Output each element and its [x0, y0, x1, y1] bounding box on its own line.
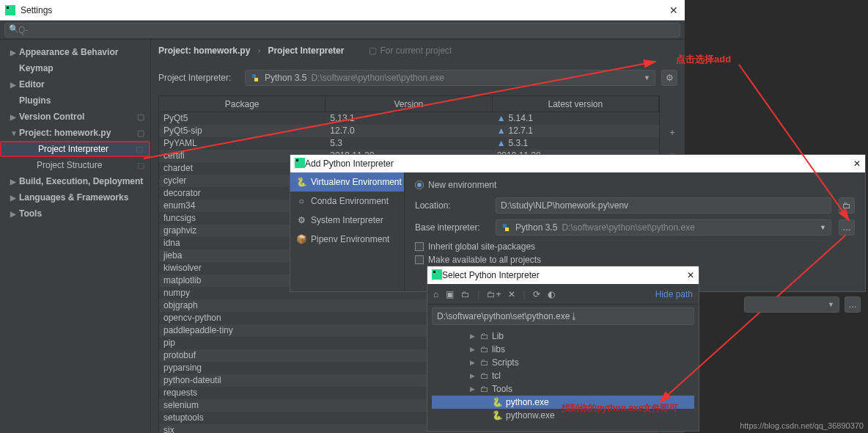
env-type-item[interactable]: 🐍Virtualenv Environment: [290, 172, 404, 192]
env-icon: 🐍: [296, 177, 306, 187]
settings-search-bar: 🔍: [0, 21, 685, 40]
breadcrumb-sep: ›: [257, 46, 260, 56]
close-icon[interactable]: ✕: [667, 4, 680, 16]
sel-titlebar: Select Python Interpreter ✕: [427, 266, 699, 284]
env-type-item[interactable]: 📦Pipenv Environment: [290, 230, 404, 249]
sidebar-item[interactable]: ▶Languages & Frameworks: [0, 189, 150, 205]
interpreter-path: D:\software\python\set\python.exe: [311, 73, 444, 83]
breadcrumb-page: Project Interpreter: [268, 46, 344, 56]
sel-toolbar: ⌂ ▣ 🗀 | 🗀+ ✕ | ⟳ ◐ Hide path: [427, 284, 699, 305]
base-dropdown[interactable]: Python 3.5 D:\software\python\set\python…: [496, 219, 831, 236]
svg-rect-5: [433, 271, 435, 273]
settings-titlebar: Settings ✕: [0, 0, 685, 21]
project-icon[interactable]: ▣: [446, 289, 454, 299]
package-row[interactable]: PyYAML5.3▲ 5.3.1: [159, 137, 659, 150]
sidebar-item[interactable]: ▶Editor: [0, 76, 150, 92]
tree-row[interactable]: ▶🗀libs: [432, 343, 694, 356]
tree-row[interactable]: ▶🗀Tools: [432, 382, 694, 396]
env-type-list: 🐍Virtualenv Environment○Conda Environmen…: [290, 172, 405, 291]
env-type-item[interactable]: ⚙System Interpreter: [290, 211, 404, 230]
location-label: Location:: [415, 200, 488, 211]
close-icon[interactable]: ✕: [853, 159, 861, 169]
annotation-pythonexe: 找到你的python.exe文件即可: [562, 402, 678, 415]
sidebar-item[interactable]: Project Interpreter▢: [0, 141, 150, 157]
sel-title: Select Python Interpreter: [442, 270, 687, 280]
make-available-checkbox-row[interactable]: Make available to all projects: [415, 255, 855, 265]
gear-button[interactable]: ⚙: [661, 70, 677, 86]
env-icon: 📦: [296, 234, 306, 244]
refresh-icon[interactable]: ⟳: [533, 289, 540, 299]
settings-title: Settings: [21, 5, 667, 15]
package-row[interactable]: PyQt5-sip12.7.0▲ 12.7.1: [159, 125, 659, 137]
sidebar-item[interactable]: Plugins: [0, 92, 150, 109]
python-icon: [501, 222, 511, 233]
sidebar-item[interactable]: ▶Appearance & Behavior: [0, 44, 150, 60]
checkbox-icon: [415, 242, 424, 251]
close-icon[interactable]: ✕: [687, 270, 694, 280]
browse-base-button[interactable]: …: [839, 219, 855, 236]
location-row: Location: D:\study\NLP\homework.py\venv …: [415, 197, 855, 214]
base-label: Base interpreter:: [415, 222, 488, 233]
search-icon: 🔍: [9, 24, 19, 34]
show-hidden-icon[interactable]: ◐: [548, 289, 555, 299]
col-latest[interactable]: Latest version: [493, 96, 659, 112]
delete-icon[interactable]: ✕: [508, 289, 515, 299]
interpreter-row: Project Interpreter: Python 3.5 D:\softw…: [158, 65, 677, 91]
new-env-radio-row[interactable]: New environment: [415, 180, 855, 190]
new-folder-icon[interactable]: 🗀+: [487, 289, 501, 299]
copy-icon: ▢: [369, 46, 377, 56]
path-input[interactable]: D:\software\python\set\python.exe ⭳: [432, 308, 694, 325]
history-icon[interactable]: ⭳: [570, 311, 689, 321]
browse-button[interactable]: …: [845, 296, 861, 313]
checkbox-icon: [415, 255, 424, 264]
package-row[interactable]: PyQt55.13.1▲ 5.14.1: [159, 112, 659, 125]
tree-row[interactable]: ▶🗀Scripts: [432, 356, 694, 369]
location-input[interactable]: D:\study\NLP\homework.py\venv: [496, 197, 831, 214]
base-interpreter-row: Base interpreter: Python 3.5 D:\software…: [415, 219, 855, 236]
env-type-item[interactable]: ○Conda Environment: [290, 192, 404, 211]
breadcrumb-project: Project: homework.py: [158, 46, 250, 56]
breadcrumb: Project: homework.py › Project Interpret…: [158, 40, 685, 59]
sidebar-item[interactable]: ▶Version Control▢: [0, 109, 150, 125]
radio-icon: [415, 181, 424, 189]
hide-path-link[interactable]: Hide path: [655, 289, 693, 299]
watermark: https://blog.csdn.net/qq_36890370: [740, 421, 864, 430]
interpreter-name: Python 3.5: [265, 73, 306, 83]
add-title: Add Python Interpreter: [305, 159, 853, 169]
tree-row[interactable]: ▶🗀Lib: [432, 330, 694, 343]
pycharm-icon: [295, 158, 305, 170]
pycharm-icon: [4, 4, 16, 16]
folder-icon[interactable]: 🗀: [461, 289, 470, 299]
settings-sidebar: ▶Appearance & BehaviorKeymap▶EditorPlugi…: [0, 40, 151, 433]
folder-icon: 🗀: [842, 200, 851, 211]
home-icon[interactable]: ⌂: [433, 289, 438, 299]
python-icon: [250, 73, 260, 83]
svg-rect-3: [296, 159, 298, 161]
sidebar-item[interactable]: ▶Build, Execution, Deployment: [0, 173, 150, 189]
inherit-checkbox-row[interactable]: Inherit global site-packages: [415, 241, 855, 252]
env-icon: ⚙: [296, 215, 306, 225]
new-env-label: New environment: [428, 180, 496, 190]
col-package[interactable]: Package: [159, 96, 326, 112]
interpreter-dropdown[interactable]: Python 3.5 D:\software\python\set\python…: [245, 70, 655, 86]
interpreter-label: Project Interpreter:: [158, 73, 239, 83]
tree-row[interactable]: ▶🗀tcl: [432, 369, 694, 382]
sidebar-item[interactable]: ▼Project: homework.py▢: [0, 125, 150, 141]
browse-location-button[interactable]: 🗀: [839, 197, 855, 214]
pycharm-icon: [432, 269, 442, 282]
add-titlebar: Add Python Interpreter ✕: [290, 155, 865, 172]
gear-icon: ⚙: [666, 73, 674, 83]
search-input[interactable]: [4, 23, 680, 37]
chevron-down-icon: ▼: [820, 224, 826, 231]
packages-header: Package Version Latest version: [159, 96, 659, 112]
col-version[interactable]: Version: [326, 96, 492, 112]
sidebar-item[interactable]: ▶Tools: [0, 205, 150, 222]
sidebar-item[interactable]: Keymap: [0, 60, 150, 76]
sidebar-item[interactable]: Project Structure▢: [0, 157, 150, 173]
svg-rect-1: [7, 7, 9, 9]
chevron-down-icon: ▼: [644, 74, 650, 81]
annotation-add: 点击选择add: [676, 53, 731, 66]
breadcrumb-hint: ▢For current project: [369, 46, 452, 56]
extra-dropdown[interactable]: ▼: [744, 296, 839, 313]
add-package-button[interactable]: ＋: [666, 126, 679, 139]
